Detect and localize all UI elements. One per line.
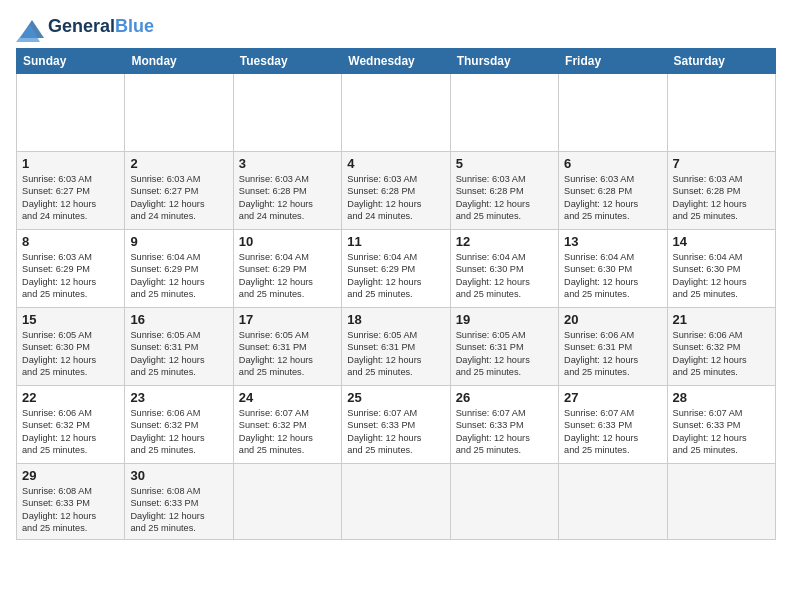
- calendar-cell: 22Sunrise: 6:06 AM Sunset: 6:32 PM Dayli…: [17, 386, 125, 464]
- weekday-header: Thursday: [450, 49, 558, 74]
- day-number: 27: [564, 390, 661, 405]
- day-number: 4: [347, 156, 444, 171]
- day-info: Sunrise: 6:07 AM Sunset: 6:33 PM Dayligh…: [347, 407, 444, 457]
- day-info: Sunrise: 6:08 AM Sunset: 6:33 PM Dayligh…: [130, 485, 227, 535]
- day-info: Sunrise: 6:06 AM Sunset: 6:32 PM Dayligh…: [22, 407, 119, 457]
- calendar-cell: [559, 74, 667, 152]
- day-info: Sunrise: 6:03 AM Sunset: 6:28 PM Dayligh…: [456, 173, 553, 223]
- calendar-cell: 9Sunrise: 6:04 AM Sunset: 6:29 PM Daylig…: [125, 230, 233, 308]
- day-number: 25: [347, 390, 444, 405]
- calendar-cell: 28Sunrise: 6:07 AM Sunset: 6:33 PM Dayli…: [667, 386, 775, 464]
- page: GeneralBlue SundayMondayTuesdayWednesday…: [0, 0, 792, 612]
- weekday-header: Monday: [125, 49, 233, 74]
- day-number: 10: [239, 234, 336, 249]
- day-info: Sunrise: 6:03 AM Sunset: 6:28 PM Dayligh…: [347, 173, 444, 223]
- calendar-cell: 29Sunrise: 6:08 AM Sunset: 6:33 PM Dayli…: [17, 464, 125, 540]
- calendar-cell: 23Sunrise: 6:06 AM Sunset: 6:32 PM Dayli…: [125, 386, 233, 464]
- day-number: 8: [22, 234, 119, 249]
- calendar-cell: 25Sunrise: 6:07 AM Sunset: 6:33 PM Dayli…: [342, 386, 450, 464]
- day-number: 18: [347, 312, 444, 327]
- calendar-cell: 30Sunrise: 6:08 AM Sunset: 6:33 PM Dayli…: [125, 464, 233, 540]
- calendar-cell: [342, 464, 450, 540]
- day-info: Sunrise: 6:04 AM Sunset: 6:29 PM Dayligh…: [130, 251, 227, 301]
- weekday-header: Wednesday: [342, 49, 450, 74]
- day-info: Sunrise: 6:06 AM Sunset: 6:32 PM Dayligh…: [673, 329, 770, 379]
- day-number: 2: [130, 156, 227, 171]
- day-number: 30: [130, 468, 227, 483]
- calendar-cell: 17Sunrise: 6:05 AM Sunset: 6:31 PM Dayli…: [233, 308, 341, 386]
- calendar-cell: [233, 74, 341, 152]
- day-number: 11: [347, 234, 444, 249]
- day-info: Sunrise: 6:04 AM Sunset: 6:30 PM Dayligh…: [673, 251, 770, 301]
- calendar-cell: [342, 74, 450, 152]
- calendar-week-row: 8Sunrise: 6:03 AM Sunset: 6:29 PM Daylig…: [17, 230, 776, 308]
- day-info: Sunrise: 6:07 AM Sunset: 6:32 PM Dayligh…: [239, 407, 336, 457]
- day-info: Sunrise: 6:06 AM Sunset: 6:31 PM Dayligh…: [564, 329, 661, 379]
- calendar-cell: [450, 464, 558, 540]
- calendar-cell: 24Sunrise: 6:07 AM Sunset: 6:32 PM Dayli…: [233, 386, 341, 464]
- calendar-cell: 1Sunrise: 6:03 AM Sunset: 6:27 PM Daylig…: [17, 152, 125, 230]
- logo: GeneralBlue: [16, 16, 154, 38]
- calendar-cell: 12Sunrise: 6:04 AM Sunset: 6:30 PM Dayli…: [450, 230, 558, 308]
- calendar-cell: 3Sunrise: 6:03 AM Sunset: 6:28 PM Daylig…: [233, 152, 341, 230]
- calendar-week-row: 15Sunrise: 6:05 AM Sunset: 6:30 PM Dayli…: [17, 308, 776, 386]
- day-number: 17: [239, 312, 336, 327]
- day-info: Sunrise: 6:05 AM Sunset: 6:31 PM Dayligh…: [347, 329, 444, 379]
- calendar-cell: 19Sunrise: 6:05 AM Sunset: 6:31 PM Dayli…: [450, 308, 558, 386]
- calendar-week-row: [17, 74, 776, 152]
- day-info: Sunrise: 6:05 AM Sunset: 6:30 PM Dayligh…: [22, 329, 119, 379]
- weekday-header: Sunday: [17, 49, 125, 74]
- calendar-table: SundayMondayTuesdayWednesdayThursdayFrid…: [16, 48, 776, 540]
- day-info: Sunrise: 6:04 AM Sunset: 6:30 PM Dayligh…: [456, 251, 553, 301]
- calendar-cell: 15Sunrise: 6:05 AM Sunset: 6:30 PM Dayli…: [17, 308, 125, 386]
- day-number: 26: [456, 390, 553, 405]
- calendar-cell: 14Sunrise: 6:04 AM Sunset: 6:30 PM Dayli…: [667, 230, 775, 308]
- day-info: Sunrise: 6:05 AM Sunset: 6:31 PM Dayligh…: [239, 329, 336, 379]
- calendar-cell: 5Sunrise: 6:03 AM Sunset: 6:28 PM Daylig…: [450, 152, 558, 230]
- calendar-cell: 7Sunrise: 6:03 AM Sunset: 6:28 PM Daylig…: [667, 152, 775, 230]
- day-number: 1: [22, 156, 119, 171]
- calendar-cell: 21Sunrise: 6:06 AM Sunset: 6:32 PM Dayli…: [667, 308, 775, 386]
- calendar-cell: 2Sunrise: 6:03 AM Sunset: 6:27 PM Daylig…: [125, 152, 233, 230]
- header: GeneralBlue: [16, 16, 776, 38]
- calendar-body: 1Sunrise: 6:03 AM Sunset: 6:27 PM Daylig…: [17, 74, 776, 540]
- day-info: Sunrise: 6:05 AM Sunset: 6:31 PM Dayligh…: [130, 329, 227, 379]
- calendar-cell: 20Sunrise: 6:06 AM Sunset: 6:31 PM Dayli…: [559, 308, 667, 386]
- day-number: 29: [22, 468, 119, 483]
- calendar-cell: [17, 74, 125, 152]
- calendar-week-row: 1Sunrise: 6:03 AM Sunset: 6:27 PM Daylig…: [17, 152, 776, 230]
- weekday-header: Friday: [559, 49, 667, 74]
- calendar-cell: 4Sunrise: 6:03 AM Sunset: 6:28 PM Daylig…: [342, 152, 450, 230]
- day-number: 13: [564, 234, 661, 249]
- day-info: Sunrise: 6:05 AM Sunset: 6:31 PM Dayligh…: [456, 329, 553, 379]
- day-number: 14: [673, 234, 770, 249]
- calendar-header-row: SundayMondayTuesdayWednesdayThursdayFrid…: [17, 49, 776, 74]
- weekday-header: Tuesday: [233, 49, 341, 74]
- calendar-cell: 26Sunrise: 6:07 AM Sunset: 6:33 PM Dayli…: [450, 386, 558, 464]
- day-info: Sunrise: 6:08 AM Sunset: 6:33 PM Dayligh…: [22, 485, 119, 535]
- calendar-cell: [667, 464, 775, 540]
- calendar-cell: 8Sunrise: 6:03 AM Sunset: 6:29 PM Daylig…: [17, 230, 125, 308]
- day-info: Sunrise: 6:04 AM Sunset: 6:29 PM Dayligh…: [347, 251, 444, 301]
- calendar-week-row: 22Sunrise: 6:06 AM Sunset: 6:32 PM Dayli…: [17, 386, 776, 464]
- calendar-cell: 16Sunrise: 6:05 AM Sunset: 6:31 PM Dayli…: [125, 308, 233, 386]
- day-number: 28: [673, 390, 770, 405]
- calendar-cell: 10Sunrise: 6:04 AM Sunset: 6:29 PM Dayli…: [233, 230, 341, 308]
- calendar-cell: 6Sunrise: 6:03 AM Sunset: 6:28 PM Daylig…: [559, 152, 667, 230]
- calendar-cell: [667, 74, 775, 152]
- day-info: Sunrise: 6:04 AM Sunset: 6:30 PM Dayligh…: [564, 251, 661, 301]
- day-number: 16: [130, 312, 227, 327]
- day-info: Sunrise: 6:03 AM Sunset: 6:28 PM Dayligh…: [673, 173, 770, 223]
- weekday-header: Saturday: [667, 49, 775, 74]
- day-number: 7: [673, 156, 770, 171]
- calendar-cell: 11Sunrise: 6:04 AM Sunset: 6:29 PM Dayli…: [342, 230, 450, 308]
- day-number: 3: [239, 156, 336, 171]
- day-info: Sunrise: 6:03 AM Sunset: 6:28 PM Dayligh…: [564, 173, 661, 223]
- day-number: 21: [673, 312, 770, 327]
- day-number: 22: [22, 390, 119, 405]
- day-info: Sunrise: 6:03 AM Sunset: 6:29 PM Dayligh…: [22, 251, 119, 301]
- day-info: Sunrise: 6:04 AM Sunset: 6:29 PM Dayligh…: [239, 251, 336, 301]
- calendar-cell: [125, 74, 233, 152]
- day-info: Sunrise: 6:07 AM Sunset: 6:33 PM Dayligh…: [456, 407, 553, 457]
- day-info: Sunrise: 6:03 AM Sunset: 6:28 PM Dayligh…: [239, 173, 336, 223]
